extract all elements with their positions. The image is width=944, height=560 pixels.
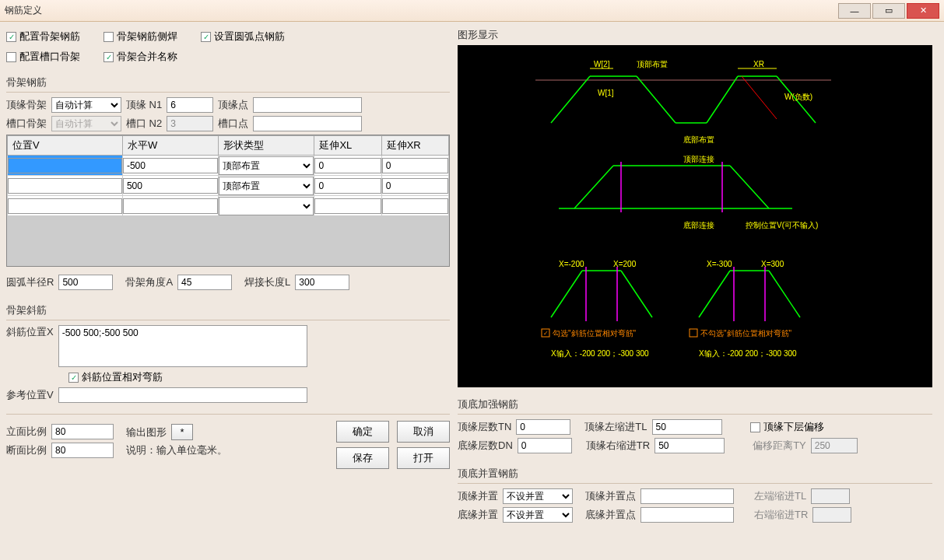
- slot-n2-input: [167, 116, 213, 131]
- cell-shape[interactable]: 顶部布置: [219, 156, 314, 175]
- slot-frame-select: 自动计算: [51, 116, 121, 131]
- svg-text:不勾选"斜筋位置相对弯筋": 不勾选"斜筋位置相对弯筋": [700, 329, 792, 338]
- ok-button[interactable]: 确定: [336, 421, 389, 443]
- tr-input[interactable]: [654, 438, 725, 453]
- diag-frame-title: 骨架斜筋: [6, 301, 450, 320]
- cell-v[interactable]: [8, 158, 122, 173]
- table-row[interactable]: 顶部布置: [8, 156, 449, 176]
- diagram-svg: W[2] 顶部布置 XR W(负数) W[1] 底部布置 顶部连接 底部连接 控…: [458, 45, 932, 387]
- cell-xl[interactable]: [314, 198, 381, 214]
- close-button[interactable]: ✕: [907, 3, 939, 19]
- bot-par-select[interactable]: 不设并置: [503, 507, 573, 523]
- svg-text:W[2]: W[2]: [594, 60, 610, 68]
- chk-config-slot[interactable]: 配置槽口骨架: [6, 50, 80, 64]
- bot-par-pt-input[interactable]: [640, 507, 734, 523]
- svg-text:X=200: X=200: [613, 260, 637, 268]
- svg-text:X=-300: X=-300: [707, 260, 732, 268]
- tn-lbl: 顶缘层数TN: [458, 420, 511, 434]
- tn-input[interactable]: [516, 419, 570, 435]
- th-xl: 延伸XL: [314, 136, 381, 156]
- minimize-button[interactable]: —: [838, 3, 871, 19]
- arc-r-input[interactable]: [58, 275, 113, 290]
- weld-l-lbl: 焊接长度L: [244, 275, 290, 289]
- titlebar: 钢筋定义 — ▭ ✕: [0, 0, 944, 22]
- top-par-pt-input[interactable]: [640, 488, 734, 504]
- top-frame-select[interactable]: 自动计算: [51, 97, 121, 113]
- cell-xr[interactable]: [382, 158, 448, 173]
- svg-text:顶部布置: 顶部布置: [637, 60, 668, 68]
- reinforce-group: 顶底加强钢筋 顶缘层数TN 顶缘左缩进TL 顶缘下层偏移 底缘层数DN 顶缘右缩…: [458, 395, 932, 457]
- right-tr-input: [812, 507, 851, 523]
- cell-xr[interactable]: [382, 178, 448, 194]
- cell-w[interactable]: [123, 158, 218, 173]
- svg-text:W[1]: W[1]: [598, 89, 614, 97]
- tl-input[interactable]: [652, 419, 722, 435]
- tl-lbl: 顶缘左缩进TL: [584, 420, 647, 434]
- slot-point-input[interactable]: [253, 116, 362, 131]
- th-w: 水平W: [122, 136, 218, 156]
- arc-r-lbl: 圆弧半径R: [6, 275, 54, 289]
- sect-ratio-input[interactable]: [51, 443, 114, 458]
- top-point-lbl: 顶缘点: [218, 98, 248, 112]
- tr-lbl: 顶缘右缩进TR: [586, 439, 650, 453]
- svg-text:X输入：-200 200；-300 300: X输入：-200 200；-300 300: [551, 349, 649, 358]
- cell-w[interactable]: [123, 178, 218, 194]
- cell-w[interactable]: [123, 198, 218, 214]
- cell-v[interactable]: [8, 178, 122, 194]
- svg-text:X输入：-200 200；-300 300: X输入：-200 200；-300 300: [699, 349, 797, 358]
- chk-diag-relative[interactable]: ✓斜筋位置相对弯筋: [68, 370, 163, 384]
- cancel-button[interactable]: 取消: [397, 421, 450, 443]
- chk-config-frame[interactable]: ✓配置骨架钢筋: [6, 30, 80, 44]
- save-button[interactable]: 保存: [336, 447, 389, 469]
- diagram-title: 图形显示: [458, 28, 932, 42]
- diag-x-input[interactable]: -500 500;-500 500: [58, 325, 307, 367]
- weld-l-input[interactable]: [295, 275, 349, 290]
- cell-xl[interactable]: [314, 178, 381, 194]
- svg-text:✓: ✓: [543, 330, 549, 337]
- svg-text:W(负数): W(负数): [784, 93, 812, 101]
- right-tr-lbl: 右端缩进TR: [754, 508, 808, 522]
- svg-text:顶部连接: 顶部连接: [683, 155, 714, 163]
- top-par-select[interactable]: 不设并置: [503, 488, 573, 504]
- frame-group-title: 骨架钢筋: [6, 73, 450, 93]
- slot-point-lbl: 槽口点: [218, 117, 248, 131]
- chk-frame-side-weld[interactable]: 骨架钢筋侧焊: [104, 30, 177, 44]
- cell-shape[interactable]: 顶部布置: [219, 177, 314, 195]
- bot-par-pt-lbl: 底缘并置点: [585, 508, 636, 522]
- left-tl-lbl: 左端缩进TL: [754, 489, 806, 503]
- cell-v[interactable]: [8, 198, 122, 214]
- top-n1-input[interactable]: [167, 97, 213, 113]
- left-tl-input: [811, 488, 850, 504]
- elev-ratio-input[interactable]: [51, 424, 114, 439]
- dn-input[interactable]: [518, 438, 572, 453]
- reinforce-title: 顶底加强钢筋: [458, 395, 932, 415]
- cell-xr[interactable]: [382, 198, 448, 214]
- chk-set-arc-point[interactable]: ✓设置圆弧点钢筋: [201, 30, 285, 44]
- top-point-input[interactable]: [253, 97, 362, 113]
- svg-line-28: [621, 271, 652, 317]
- svg-line-26: [551, 271, 582, 317]
- angle-a-lbl: 骨架角度A: [125, 275, 173, 289]
- svg-text:底部连接: 底部连接: [683, 221, 714, 229]
- ref-v-input[interactable]: [58, 387, 307, 403]
- table-row[interactable]: [8, 196, 449, 216]
- angle-a-input[interactable]: [177, 275, 232, 290]
- th-v: 位置V: [8, 136, 123, 156]
- open-button[interactable]: 打开: [397, 447, 450, 469]
- cell-shape[interactable]: [219, 197, 314, 215]
- diag-frame-group: 骨架斜筋 斜筋位置X -500 500;-500 500 ✓斜筋位置相对弯筋 参…: [6, 301, 450, 406]
- slot-n2-lbl: 槽口 N2: [126, 117, 162, 131]
- svg-line-17: [574, 166, 613, 208]
- table-row[interactable]: 顶部布置: [8, 176, 449, 196]
- ty-input: [811, 438, 858, 453]
- out-graphic-lbl: 输出图形: [126, 425, 167, 439]
- chk-offset[interactable]: 顶缘下层偏移: [750, 420, 824, 434]
- ty-lbl: 偏移距离TY: [753, 439, 806, 453]
- out-graphic-button[interactable]: *: [171, 424, 193, 440]
- maximize-button[interactable]: ▭: [872, 3, 905, 19]
- cell-xl[interactable]: [314, 158, 381, 173]
- chk-frame-merge-name[interactable]: ✓骨架合并名称: [104, 50, 177, 64]
- svg-line-35: [769, 271, 800, 317]
- diagram-view: W[2] 顶部布置 XR W(负数) W[1] 底部布置 顶部连接 底部连接 控…: [458, 45, 932, 387]
- window-title: 钢筋定义: [5, 4, 837, 17]
